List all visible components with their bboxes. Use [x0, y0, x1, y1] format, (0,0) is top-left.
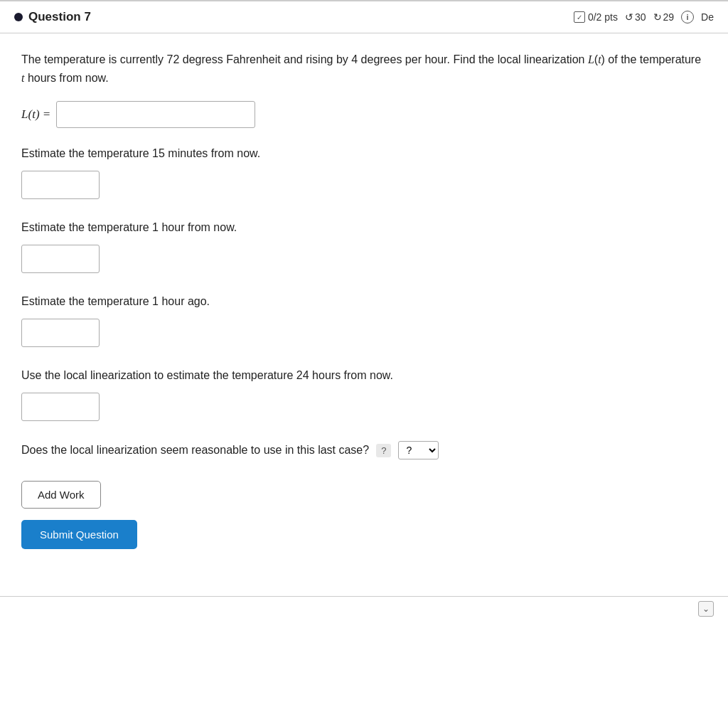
retry-symbol: ↻: [653, 11, 662, 23]
timer-symbol: ↺: [625, 11, 633, 23]
de-label: De: [701, 11, 714, 23]
sub-question-4: Use the local linearization to estimate …: [21, 367, 707, 421]
pts-value: 0/2 pts: [588, 11, 618, 23]
retry-icon: ↻ 29: [653, 11, 675, 23]
dropdown-question-text: Does the local linearization seem reason…: [21, 444, 369, 457]
question-dot-icon: [14, 13, 23, 21]
dropdown-row: Does the local linearization seem reason…: [21, 441, 707, 459]
add-work-button[interactable]: Add Work: [21, 481, 101, 509]
reasonable-dropdown[interactable]: ? Yes No: [398, 441, 439, 459]
scroll-indicator: ⌄: [0, 597, 728, 621]
sub-answer-3-input[interactable]: [21, 319, 100, 347]
question-number: Question 7: [28, 10, 91, 24]
sub-question-3-text: Estimate the temperature 1 hour ago.: [21, 293, 707, 310]
formula-label: L(t) =: [21, 107, 50, 122]
sub-question-2: Estimate the temperature 1 hour from now…: [21, 219, 707, 273]
timer-value: 30: [635, 11, 646, 23]
scroll-down-button[interactable]: ⌄: [698, 601, 714, 617]
formula-input[interactable]: [56, 101, 255, 128]
submit-question-button[interactable]: Submit Question: [21, 520, 137, 549]
question-title: Question 7: [14, 10, 91, 24]
sub-question-3: Estimate the temperature 1 hour ago.: [21, 293, 707, 347]
retry-value: 29: [663, 11, 675, 23]
sub-question-1: Estimate the temperature 15 minutes from…: [21, 145, 707, 199]
help-badge[interactable]: ?: [376, 444, 391, 457]
timer-icon: ↺ 30: [625, 11, 646, 23]
sub-question-4-text: Use the local linearization to estimate …: [21, 367, 707, 384]
sub-answer-1-input[interactable]: [21, 171, 100, 199]
sub-question-1-text: Estimate the temperature 15 minutes from…: [21, 145, 707, 162]
info-icon[interactable]: i: [681, 11, 694, 23]
sub-answer-2-input[interactable]: [21, 245, 100, 273]
formula-row: L(t) =: [21, 101, 707, 128]
question-header: Question 7 ✓ 0/2 pts ↺ 30 ↻ 29 i De: [0, 1, 728, 33]
question-body: The temperature is currently 72 degress …: [0, 33, 728, 582]
pts-badge: ✓ 0/2 pts: [574, 11, 618, 23]
pts-icon: ✓: [574, 11, 585, 23]
sub-answer-4-input[interactable]: [21, 393, 100, 421]
sub-question-2-text: Estimate the temperature 1 hour from now…: [21, 219, 707, 236]
header-right: ✓ 0/2 pts ↺ 30 ↻ 29 i De: [574, 11, 714, 23]
question-description: The temperature is currently 72 degress …: [21, 51, 707, 87]
